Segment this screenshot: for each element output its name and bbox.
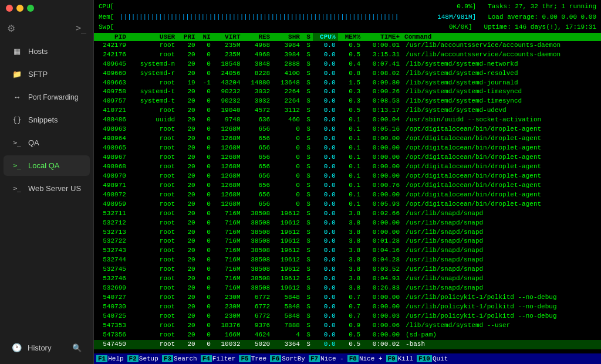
- cell-8: 0.0: [313, 237, 338, 246]
- table-row[interactable]: 498970root2001268M6560S0.00.10:00.00/opt…: [94, 172, 601, 181]
- fkey-label-F4: Filter: [212, 355, 236, 362]
- sidebar-item-local-qa[interactable]: >_ Local QA: [4, 155, 90, 176]
- fkey-F3[interactable]: F3: [162, 355, 173, 362]
- cell-1: root: [129, 274, 177, 284]
- process-table: PID USER PRI NI VIRT RES SHR S CPU% MEM%…: [94, 33, 601, 349]
- fkey-F7[interactable]: F7: [309, 355, 320, 362]
- cell-0: 410721: [94, 106, 129, 115]
- cell-0: 540725: [94, 312, 129, 321]
- cell-6: 3364: [272, 340, 302, 349]
- cell-9: 3.8: [338, 246, 363, 256]
- table-row[interactable]: 498972root2001268M6560S0.00.10:00.00/opt…: [94, 190, 601, 200]
- fkey-F10[interactable]: F10: [417, 355, 432, 362]
- cell-1: root: [129, 265, 177, 274]
- fkey-F2[interactable]: F2: [127, 355, 139, 362]
- cell-3: 0: [198, 172, 213, 181]
- table-row[interactable]: 242179root200235M49683984S0.00.50:00.01/…: [94, 41, 601, 50]
- fkey-F9[interactable]: F9: [386, 355, 397, 362]
- table-row[interactable]: 242176root200235M49683984S0.00.53:15.31/…: [94, 50, 601, 60]
- cell-4: 1268M: [213, 172, 243, 181]
- col-time: TIME+: [363, 33, 402, 41]
- cell-9: 0.3: [338, 87, 363, 97]
- fkey-F6[interactable]: F6: [270, 355, 281, 362]
- new-terminal-icon[interactable]: >_: [76, 23, 86, 33]
- cell-0: 532713: [94, 228, 129, 237]
- cell-8: 0.0: [313, 228, 338, 237]
- cell-1: root: [129, 134, 177, 144]
- table-row[interactable]: 532722root200716M3850819612S0.03.80:01.2…: [94, 237, 601, 246]
- sidebar-item-snippets[interactable]: {} Snippets: [4, 110, 90, 130]
- table-row[interactable]: 532712root200716M3850819612S0.03.80:00.0…: [94, 219, 601, 228]
- cell-4: 716M: [213, 274, 243, 284]
- cell-10: 0:01.28: [363, 237, 402, 246]
- sidebar-item-port-forwarding[interactable]: ↔ Port Forwarding: [4, 87, 90, 107]
- cell-3: 0: [198, 181, 213, 190]
- sidebar-item-history[interactable]: 🕐 History 🔍: [4, 337, 90, 358]
- qa-icon: >_: [12, 139, 22, 147]
- table-row[interactable]: 532713root200716M3850819612S0.03.80:00.0…: [94, 228, 601, 237]
- cell-1: root: [129, 50, 177, 60]
- settings-icon[interactable]: ⚙: [7, 23, 15, 34]
- cell-9: 0.1: [338, 181, 363, 190]
- sidebar-item-sftp[interactable]: 📁 SFTP: [4, 64, 90, 84]
- fkey-F1[interactable]: F1: [96, 355, 107, 362]
- table-row[interactable]: 498965root2001268M6560S0.00.10:00.00/opt…: [94, 144, 601, 153]
- cell-8: 0.0: [313, 200, 338, 209]
- fkey-F4[interactable]: F4: [201, 355, 212, 362]
- cell-1: root: [129, 172, 177, 181]
- minimize-button[interactable]: [16, 5, 23, 12]
- cell-0: 540730: [94, 302, 129, 312]
- cell-8: 0.0: [313, 190, 338, 200]
- table-row[interactable]: 532743root200716M3850819612S0.03.80:04.1…: [94, 246, 601, 256]
- cell-8: 0.0: [313, 172, 338, 181]
- cell-1: root: [129, 162, 177, 172]
- sidebar-item-qa[interactable]: >_ QA: [4, 132, 90, 153]
- table-row[interactable]: 409663root19-1432041488013648S0.01.50:09…: [94, 79, 601, 88]
- cell-6: 19612: [272, 284, 302, 293]
- cell-1: uuidd: [129, 115, 177, 125]
- table-row[interactable]: 540727root200230M67725848S0.00.70:00.00/…: [94, 293, 601, 302]
- table-row[interactable]: 410721root2001904045723112S0.00.50:13.17…: [94, 106, 601, 115]
- cell-8: 0.0: [313, 162, 338, 172]
- fkey-F5[interactable]: F5: [239, 355, 250, 362]
- maximize-button[interactable]: [27, 5, 34, 12]
- table-row[interactable]: 488486uuidd2009748636460S0.00.10:00.04/u…: [94, 115, 601, 125]
- fkey-F8[interactable]: F8: [347, 355, 359, 362]
- col-pri: PRI: [177, 33, 197, 41]
- cell-6: 13648: [272, 79, 302, 88]
- cell-10: 3:15.31: [363, 50, 402, 60]
- table-row[interactable]: 532711root200716M3850819612S0.03.80:02.6…: [94, 209, 601, 219]
- table-row[interactable]: 540730root200230M67725848S0.00.70:00.00/…: [94, 302, 601, 312]
- table-row[interactable]: 498968root2001268M6560S0.00.10:00.00/opt…: [94, 162, 601, 172]
- table-row[interactable]: 532745root200716M3850819612S0.03.80:03.5…: [94, 265, 601, 274]
- table-row[interactable]: 540725root200230M67725848S0.00.70:00.03/…: [94, 312, 601, 321]
- table-row[interactable]: 547356root200166M46244S0.00.50:00.00(sd-…: [94, 331, 601, 340]
- cell-11: /usr/lib/snapd/snapd: [402, 219, 601, 228]
- table-row[interactable]: 498963root2001268M6560S0.00.10:05.16/opt…: [94, 125, 601, 134]
- table-row[interactable]: 532744root200716M3850819612S0.03.80:04.2…: [94, 256, 601, 265]
- cell-10: 0:00.06: [363, 321, 402, 331]
- cell-4: 716M: [213, 256, 243, 265]
- table-row[interactable]: 409660systemd-r2002405682284100S0.00.80:…: [94, 69, 601, 79]
- sidebar-item-web-server-us[interactable]: >_ Web Server US: [4, 178, 90, 199]
- sidebar-item-hosts[interactable]: ▦ Hosts: [4, 41, 90, 62]
- history-search-icon[interactable]: 🔍: [72, 343, 82, 352]
- table-row[interactable]: 498967root2001268M6560S0.00.10:00.00/opt…: [94, 153, 601, 162]
- table-row[interactable]: 532746root200716M3850819612S0.03.80:04.9…: [94, 274, 601, 284]
- table-row[interactable]: 547353root2001837693767888S0.00.90:00.06…: [94, 321, 601, 331]
- cell-1: root: [129, 293, 177, 302]
- table-row[interactable]: 409758systemd-t2009023230322264S0.00.30:…: [94, 87, 601, 97]
- table-row[interactable]: 498971root2001268M6560S0.00.10:00.76/opt…: [94, 181, 601, 190]
- close-button[interactable]: [6, 5, 13, 12]
- table-row[interactable]: 409645systemd-n2001854838482888S0.00.40:…: [94, 60, 601, 69]
- table-row[interactable]: 498959root2001268M6560S0.00.10:05.93/opt…: [94, 200, 601, 209]
- table-row[interactable]: 498964root2001268M6560S0.00.10:00.00/opt…: [94, 134, 601, 144]
- cell-2: 20: [177, 293, 197, 302]
- cell-10: 0:00.00: [363, 172, 402, 181]
- cell-4: 10032: [213, 340, 243, 349]
- cell-6: 19612: [272, 256, 302, 265]
- cell-8: 0.0: [313, 265, 338, 274]
- table-row[interactable]: 532699root200716M3850819612S0.03.80:26.8…: [94, 284, 601, 293]
- table-row[interactable]: 547450root2001003250203364S0.00.50:00.02…: [94, 340, 601, 349]
- table-row[interactable]: 409757systemd-t2009023230322264S0.00.30:…: [94, 97, 601, 106]
